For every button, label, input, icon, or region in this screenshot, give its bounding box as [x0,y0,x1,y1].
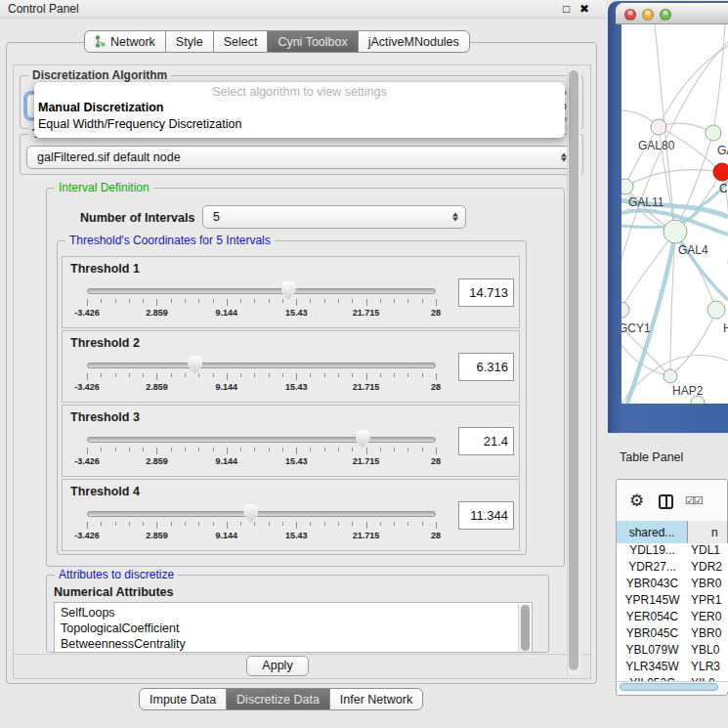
select-columns-icon[interactable]: ☑☑ [685,494,703,507]
float-window-icon[interactable]: □ [563,2,570,16]
slider-thumb[interactable] [188,356,202,374]
dropdown-option-manual[interactable]: Manual Discretization [38,101,164,114]
cell-shared-name[interactable]: YDL19... [617,543,688,560]
network-node-ga[interactable] [706,125,721,141]
apply-button[interactable]: Apply [246,656,309,676]
cell-name[interactable]: YDL1 [688,543,728,560]
tab-select[interactable]: Select [213,30,269,53]
close-icon[interactable]: ✖ [579,2,589,16]
cell-shared-name[interactable]: YER054C [617,610,688,626]
tab-cyni-toolbox[interactable]: Cyni Toolbox [267,30,358,53]
slider-track[interactable] [87,363,436,368]
number-of-intervals-combo[interactable]: 5 [202,205,466,229]
column-layout-icon[interactable] [659,494,673,509]
cell-shared-name[interactable]: YBR043C [617,577,688,593]
cell-shared-name[interactable]: YBR045C [617,626,688,643]
network-edge[interactable] [713,24,725,133]
cell-shared-name[interactable]: YPR145W [617,593,688,610]
network-node-hap2[interactable] [664,369,677,383]
slider-tick [240,373,241,377]
slider-tick [156,373,157,380]
slider-tick-label: 28 [431,382,441,392]
slider-tick-label: -3.426 [74,531,100,540]
network-node-label: H [723,321,728,335]
cell-name[interactable]: YER0 [688,610,728,626]
mac-minimize-icon[interactable] [642,9,654,21]
slider-tick [338,522,339,526]
slider-track[interactable] [87,288,436,294]
attribute-item[interactable]: BetweennessCentrality [55,636,532,652]
network-node-label: GAL11 [628,195,664,209]
dropdown-option-equal-width[interactable]: Equal Width/Frequency Discretization [38,117,241,131]
table-row[interactable]: YPR145WYPR1 [617,593,728,610]
slider-tick-label: 15.43 [285,382,308,392]
threshold-value-field[interactable]: 14.713 [458,278,514,307]
table-row[interactable]: YDL19...YDL1 [617,543,728,560]
threshold-value-field[interactable]: 6.316 [458,353,514,381]
tab-jactivemnodules[interactable]: jActiveMNodules [358,30,470,53]
network-node-c[interactable] [713,163,728,181]
cell-name[interactable]: YBR0 [688,577,728,593]
table-data-combo[interactable]: galFiltered.sif default node [26,146,575,169]
slider-track[interactable] [87,511,436,517]
network-node-gal11[interactable] [621,179,633,194]
gear-icon[interactable]: ⚙ [629,491,644,511]
cell-shared-name[interactable]: YLR345W [617,660,688,676]
slider-tick [338,373,339,377]
slider-tick-label: 2.859 [146,456,168,466]
slider-tick [394,522,395,526]
slider-tick [324,299,325,303]
top-tab-bar: NetworkStyleSelectCyni ToolboxjActiveMNo… [84,30,470,53]
network-edge[interactable] [625,127,659,187]
tab-network[interactable]: Network [84,30,166,53]
column-header-1[interactable]: shared... [617,521,688,543]
network-node-gal4[interactable] [664,220,687,243]
network-edge[interactable] [625,170,722,187]
mac-zoom-icon[interactable] [660,9,671,21]
cell-name[interactable]: YPR1 [688,593,728,610]
column-header-2[interactable]: n [688,521,728,543]
cell-shared-name[interactable]: YBL079W [617,643,688,660]
network-canvas[interactable]: GAL80GACGAL11GAL4GCY1HHAP2 [621,24,728,404]
tab-style[interactable]: Style [165,30,214,53]
threshold-value-field[interactable]: 11.344 [458,501,514,530]
cell-name[interactable]: YBL0 [688,643,728,660]
numerical-attributes-list[interactable]: SelfLoopsTopologicalCoefficientBetweenne… [54,602,533,653]
network-node-gcy1[interactable] [621,302,629,318]
table-row[interactable]: YBR043CYBR0 [617,577,728,593]
slider-thumb[interactable] [356,430,370,449]
tab-impute-data[interactable]: Impute Data [139,688,227,710]
slider-thumb[interactable] [243,504,258,523]
network-node-label: C [719,182,728,195]
attribute-item[interactable]: SelfLoops [55,605,532,621]
slider-tick [338,448,339,451]
attribute-item[interactable]: TopologicalCoefficient [55,621,532,636]
cell-name[interactable]: YBR0 [688,626,728,643]
slider-tick [310,522,311,526]
cell-name[interactable]: YDR2 [688,560,728,577]
mac-close-icon[interactable] [624,9,636,21]
cell-name[interactable]: YLR3 [688,660,728,676]
slider-tick [227,448,228,454]
network-node-h[interactable] [707,301,725,319]
cell-shared-name[interactable]: YDR27... [617,560,688,577]
network-node-gal80[interactable] [651,119,666,135]
table-hscrollbar-thumb[interactable] [620,683,718,691]
table-row[interactable]: YDR27...YDR2 [617,560,728,577]
slider-tick [254,373,255,377]
attributes-scrollbar-thumb[interactable] [521,605,530,651]
table-row[interactable]: YBR045CYBR0 [617,626,728,643]
slider-thumb[interactable] [281,281,296,300]
network-window-titlebar[interactable] [616,3,728,24]
table-row[interactable]: YER054CYER0 [617,610,728,626]
tab-infer-network[interactable]: Infer Network [329,688,423,710]
table-row[interactable]: YLR345WYLR3 [617,660,728,676]
attributes-scrollbar[interactable] [518,604,531,653]
slider-track[interactable] [87,437,436,443]
tab-discretize-data[interactable]: Discretize Data [226,688,330,710]
table-row[interactable]: YBL079WYBL0 [617,643,728,660]
network-edge[interactable] [670,310,716,376]
content-scrollbar-thumb[interactable] [569,70,578,670]
network-graph: GAL80GACGAL11GAL4GCY1HHAP2 [621,24,728,404]
threshold-value-field[interactable]: 21.4 [458,427,514,455]
